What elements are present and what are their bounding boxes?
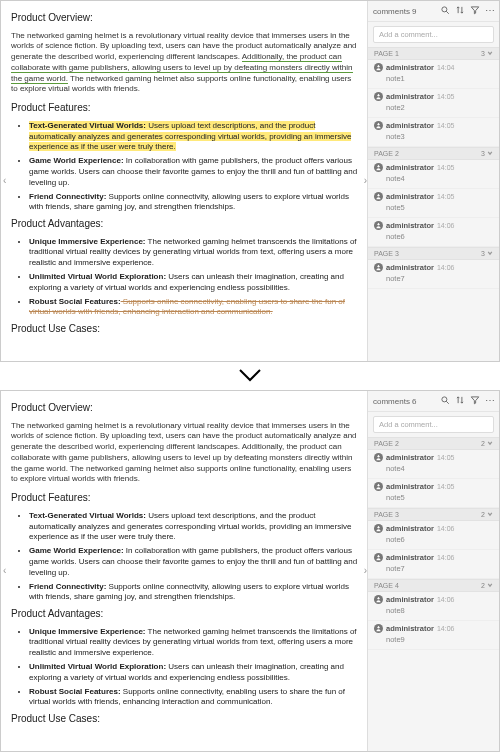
avatar-icon (374, 121, 383, 130)
comment-author: administrator (386, 482, 434, 491)
filter-icon[interactable] (470, 395, 480, 407)
comment-item[interactable]: administrator 14:05note2 (368, 89, 499, 118)
comments-header: comments 9 ⋯ (368, 1, 499, 22)
comment-item[interactable]: administrator 14:06note6 (368, 218, 499, 247)
features-list: Text-Generated Virtual Worlds: Users upl… (11, 121, 359, 213)
chevron-down-icon (487, 511, 493, 518)
comment-groups-top: PAGE 13 administrator 14:04note1administ… (368, 47, 499, 289)
avatar-icon (374, 624, 383, 633)
comment-item[interactable]: administrator 14:05note3 (368, 118, 499, 147)
comment-time: 14:05 (437, 483, 455, 490)
comment-item[interactable]: administrator 14:06note8 (368, 592, 499, 621)
comment-text: note1 (386, 74, 493, 83)
page-next[interactable]: › (364, 564, 367, 578)
comment-time: 14:06 (437, 596, 455, 603)
comment-time: 14:06 (437, 554, 455, 561)
heading-usecases: Product Use Cases: (11, 712, 359, 726)
comment-text: note8 (386, 606, 493, 615)
comment-item[interactable]: administrator 14:05note5 (368, 479, 499, 508)
comment-author: administrator (386, 524, 434, 533)
comment-text: note4 (386, 174, 493, 183)
comment-page-header[interactable]: PAGE 32 (368, 508, 499, 521)
comment-text: note6 (386, 535, 493, 544)
comment-item[interactable]: administrator 14:05note4 (368, 160, 499, 189)
search-icon[interactable] (440, 395, 450, 407)
heading-overview: Product Overview: (11, 401, 359, 415)
comment-groups-bottom: PAGE 22 administrator 14:05note4administ… (368, 437, 499, 650)
comment-item[interactable]: administrator 14:06note6 (368, 521, 499, 550)
heading-features: Product Features: (11, 101, 359, 115)
advantage-item: Robust Social Features: Supports online … (29, 687, 359, 709)
svg-point-2 (442, 397, 447, 402)
page-next[interactable]: › (364, 174, 367, 188)
comments-sidebar: comments 6 ⋯ Add a comment... PAGE 22 ad… (367, 391, 499, 751)
comment-author: administrator (386, 163, 434, 172)
add-comment-input[interactable]: Add a comment... (373, 26, 494, 43)
page-prev[interactable]: ‹ (3, 564, 6, 578)
advantages-list: Unique Immersive Experience: The network… (11, 237, 359, 319)
comment-author: administrator (386, 63, 434, 72)
heading-usecases: Product Use Cases: (11, 322, 359, 336)
avatar-icon (374, 263, 383, 272)
comment-author: administrator (386, 192, 434, 201)
avatar-icon (374, 63, 383, 72)
avatar-icon (374, 524, 383, 533)
comment-item[interactable]: administrator 14:05note4 (368, 450, 499, 479)
page-label: PAGE 3 (374, 511, 399, 518)
comment-time: 14:05 (437, 454, 455, 461)
comment-item[interactable]: administrator 14:06note7 (368, 260, 499, 289)
comment-page-header[interactable]: PAGE 42 (368, 579, 499, 592)
comment-author: administrator (386, 92, 434, 101)
svg-point-0 (442, 7, 447, 12)
comment-author: administrator (386, 453, 434, 462)
chevron-down-icon (487, 250, 493, 257)
comment-text: note2 (386, 103, 493, 112)
comments-title: comments 9 (373, 7, 440, 16)
page-count: 2 (481, 440, 485, 447)
avatar-icon (374, 553, 383, 562)
advantage-item: Unlimited Virtual World Exploration: Use… (29, 272, 359, 294)
more-icon[interactable]: ⋯ (485, 6, 494, 16)
avatar-icon (374, 92, 383, 101)
comment-text: note5 (386, 493, 493, 502)
comment-text: note6 (386, 232, 493, 241)
comment-item[interactable]: administrator 14:06note9 (368, 621, 499, 650)
comment-time: 14:05 (437, 193, 455, 200)
comment-time: 14:05 (437, 164, 455, 171)
sort-icon[interactable] (455, 395, 465, 407)
page-label: PAGE 2 (374, 440, 399, 447)
comment-text: note4 (386, 464, 493, 473)
advantage-item: Robust Social Features: Supports online … (29, 297, 359, 319)
more-icon[interactable]: ⋯ (485, 396, 494, 406)
comment-item[interactable]: administrator 14:04note1 (368, 60, 499, 89)
page-count: 3 (481, 50, 485, 57)
comment-time: 14:06 (437, 222, 455, 229)
search-icon[interactable] (440, 5, 450, 17)
overview-paragraph: The networked gaming helmet is a revolut… (11, 31, 359, 96)
sort-icon[interactable] (455, 5, 465, 17)
comment-text: note5 (386, 203, 493, 212)
comment-author: administrator (386, 263, 434, 272)
add-comment-input[interactable]: Add a comment... (373, 416, 494, 433)
feature-item: Game World Experience: In collaboration … (29, 156, 359, 188)
comment-text: note7 (386, 564, 493, 573)
chevron-down-icon (487, 440, 493, 447)
heading-overview: Product Overview: (11, 11, 359, 25)
avatar-icon (374, 221, 383, 230)
comment-item[interactable]: administrator 14:06note7 (368, 550, 499, 579)
comment-page-header[interactable]: PAGE 22 (368, 437, 499, 450)
advantage-item: Unlimited Virtual World Exploration: Use… (29, 662, 359, 684)
comment-text: note9 (386, 635, 493, 644)
filter-icon[interactable] (470, 5, 480, 17)
feature-item: Text-Generated Virtual Worlds: Users upl… (29, 511, 359, 543)
feature-item: Game World Experience: In collaboration … (29, 546, 359, 578)
comment-page-header[interactable]: PAGE 23 (368, 147, 499, 160)
comment-page-header[interactable]: PAGE 33 (368, 247, 499, 260)
comment-page-header[interactable]: PAGE 13 (368, 47, 499, 60)
comment-author: administrator (386, 595, 434, 604)
avatar-icon (374, 595, 383, 604)
chevron-down-icon (487, 50, 493, 57)
page-prev[interactable]: ‹ (3, 174, 6, 188)
comment-author: administrator (386, 553, 434, 562)
comment-item[interactable]: administrator 14:05note5 (368, 189, 499, 218)
